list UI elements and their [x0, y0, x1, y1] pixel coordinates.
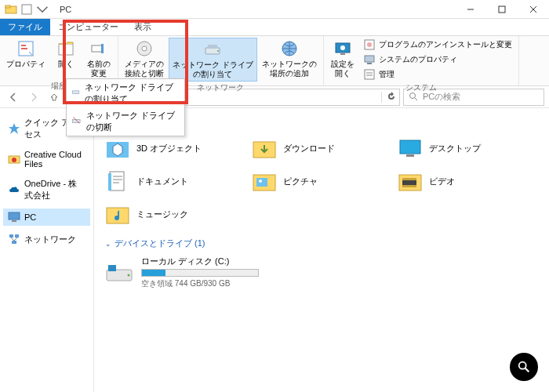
rename-icon	[89, 39, 108, 58]
svg-rect-42	[406, 154, 414, 157]
folder-downloads[interactable]: ダウンロード	[252, 136, 392, 161]
svg-point-56	[519, 362, 526, 369]
desktop-icon	[398, 136, 423, 161]
svg-rect-23	[367, 63, 372, 64]
svg-line-57	[525, 368, 529, 372]
tab-computer[interactable]: コンピューター	[50, 19, 126, 35]
media-button[interactable]: メディアの 接続と切断	[122, 38, 167, 80]
map-network-drive-button[interactable]: ネットワーク ドライブ の割り当て	[169, 38, 257, 82]
svg-rect-4	[499, 6, 505, 13]
open-settings-button[interactable]: 設定を 開く	[327, 38, 358, 80]
svg-rect-43	[110, 172, 124, 191]
media-icon	[135, 39, 154, 58]
close-button[interactable]	[518, 0, 549, 19]
explorer-icon	[5, 3, 17, 16]
svg-rect-9	[92, 45, 103, 52]
network-icon	[8, 233, 20, 245]
tab-file[interactable]: ファイル	[0, 19, 50, 35]
drive-name: ローカル ディスク (C:)	[141, 256, 259, 267]
svg-rect-46	[256, 178, 267, 187]
folder-3d-objects[interactable]: 3D オブジェクト	[105, 136, 245, 161]
ribbon-tabs: ファイル コンピューター 表示	[0, 19, 549, 36]
onedrive-icon	[8, 183, 20, 196]
manage-icon	[363, 68, 376, 81]
drive-usage-bar	[141, 269, 259, 277]
svg-rect-44	[108, 173, 111, 191]
uninstall-programs-button[interactable]: プログラムのアンインストールと変更	[360, 38, 515, 52]
window-title: PC	[53, 5, 455, 14]
sidebar-creative-cloud[interactable]: Creative Cloud Files	[3, 147, 90, 171]
sidebar-network[interactable]: ネットワーク	[3, 230, 90, 248]
svg-rect-37	[15, 234, 19, 238]
folder-documents[interactable]: ドキュメント	[105, 169, 245, 194]
properties-icon	[16, 39, 35, 58]
creative-cloud-icon	[8, 153, 20, 165]
manage-button[interactable]: 管理	[360, 67, 515, 82]
tab-view[interactable]: 表示	[126, 19, 159, 35]
videos-icon	[398, 169, 423, 194]
svg-rect-22	[365, 56, 374, 62]
sidebar-onedrive[interactable]: OneDrive - 株式会社	[3, 176, 90, 204]
3d-objects-icon	[105, 136, 130, 161]
svg-rect-1	[5, 5, 10, 8]
open-icon	[56, 39, 75, 58]
svg-point-33	[12, 158, 16, 162]
svg-rect-8	[59, 44, 73, 55]
system-properties-icon	[363, 53, 376, 66]
svg-rect-38	[12, 241, 16, 244]
svg-rect-36	[9, 234, 13, 238]
documents-icon	[105, 169, 130, 194]
drive-free-text: 空き領域 744 GB/930 GB	[141, 278, 259, 289]
qat-item-icon[interactable]	[20, 3, 33, 16]
svg-line-31	[415, 98, 417, 100]
pictures-icon	[252, 169, 277, 194]
svg-rect-25	[72, 91, 78, 93]
folder-videos[interactable]: ビデオ	[398, 169, 538, 194]
pc-icon	[8, 211, 20, 223]
qat-dropdown-icon[interactable]	[36, 3, 49, 16]
svg-rect-19	[340, 53, 345, 55]
properties-button[interactable]: プロパティ	[3, 38, 49, 71]
open-button[interactable]: 開く	[50, 38, 82, 71]
svg-rect-10	[101, 44, 104, 53]
dropdown-map-drive[interactable]: ネットワーク ドライブの割り当て	[67, 79, 184, 107]
star-icon	[8, 122, 20, 135]
svg-point-21	[367, 42, 372, 47]
folder-desktop[interactable]: デスクトップ	[398, 136, 538, 161]
uninstall-icon	[363, 38, 376, 51]
drive-local-c[interactable]: ローカル ディスク (C:) 空き領域 744 GB/930 GB	[105, 256, 538, 289]
rename-button[interactable]: 名前の 変更	[83, 38, 115, 80]
add-network-location-button[interactable]: ネットワークの 場所の追加	[259, 38, 320, 80]
network-drive-dropdown: ネットワーク ドライブの割り当て ネットワーク ドライブの切断	[66, 78, 185, 136]
drive-icon	[105, 262, 133, 284]
network-drive-icon	[71, 87, 80, 100]
svg-rect-14	[208, 45, 217, 49]
minimize-button[interactable]	[455, 0, 486, 19]
title-bar: PC	[0, 0, 549, 19]
sidebar-pc[interactable]: PC	[3, 209, 90, 226]
group-system-label: システム	[324, 82, 518, 95]
folder-pictures[interactable]: ピクチャ	[252, 169, 392, 194]
svg-rect-34	[9, 212, 20, 220]
settings-icon	[333, 39, 352, 58]
svg-rect-41	[400, 140, 420, 154]
magnifier-button[interactable]	[510, 353, 538, 381]
svg-point-12	[142, 46, 147, 51]
devices-section-header[interactable]: ⌄デバイスとドライブ (1)	[105, 238, 538, 249]
maximize-button[interactable]	[486, 0, 518, 19]
content-area: クイック アクセス Creative Cloud Files OneDrive …	[0, 108, 549, 392]
downloads-icon	[252, 136, 277, 161]
music-icon	[105, 201, 130, 227]
svg-point-55	[128, 274, 130, 276]
system-properties-button[interactable]: システムのプロパティ	[360, 53, 515, 67]
disconnect-icon	[71, 115, 82, 128]
svg-rect-24	[365, 70, 374, 79]
chevron-down-icon: ⌄	[105, 240, 111, 248]
svg-rect-51	[402, 185, 416, 187]
folder-music[interactable]: ミュージック	[105, 201, 245, 227]
dropdown-disconnect-drive[interactable]: ネットワーク ドライブの切断	[67, 107, 184, 136]
svg-rect-50	[402, 178, 416, 180]
svg-point-15	[217, 50, 219, 52]
svg-point-18	[340, 45, 345, 50]
network-drive-icon	[203, 40, 222, 59]
